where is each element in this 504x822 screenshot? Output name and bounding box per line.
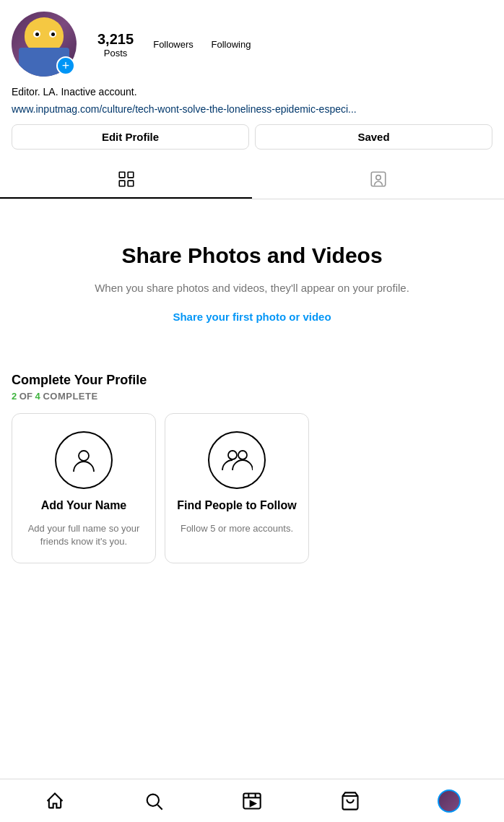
add-story-button[interactable]: + xyxy=(56,56,75,75)
following-stat[interactable]: Following xyxy=(209,39,253,50)
avatar-wrap: + xyxy=(12,12,77,77)
search-nav[interactable] xyxy=(104,779,202,822)
avatar-detail xyxy=(35,33,39,36)
svg-point-8 xyxy=(238,451,247,459)
action-buttons: Edit Profile Saved xyxy=(0,124,504,161)
svg-rect-1 xyxy=(128,172,134,178)
profile-nav[interactable] xyxy=(400,779,498,822)
avatar-detail xyxy=(51,33,55,36)
bio-link[interactable]: www.inputmag.com/culture/tech-wont-solve… xyxy=(12,103,357,115)
grid-icon xyxy=(117,170,136,189)
svg-point-9 xyxy=(147,794,158,805)
progress-of: OF xyxy=(19,391,35,402)
svg-point-6 xyxy=(79,451,89,461)
find-people-card[interactable]: Find People to Follow Follow 5 or more a… xyxy=(165,413,309,563)
saved-button[interactable]: Saved xyxy=(255,124,492,150)
reels-icon xyxy=(242,791,262,811)
search-icon xyxy=(144,791,164,811)
tabs-row xyxy=(0,161,504,199)
empty-state: Share Photos and Videos When you share p… xyxy=(0,199,504,353)
profile-stats: 3,215 Posts Followers Following xyxy=(94,30,253,59)
tagged-tab[interactable] xyxy=(252,161,504,199)
following-label: Following xyxy=(212,39,251,50)
complete-profile-progress: 2 OF 4 COMPLETE xyxy=(12,391,492,402)
profile-cards: Add Your Name Add your full name so your… xyxy=(12,413,492,563)
share-first-photo-link[interactable]: Share your first photo or video xyxy=(173,311,331,323)
progress-count: 2 xyxy=(12,391,17,402)
progress-label: COMPLETE xyxy=(43,391,97,402)
svg-point-7 xyxy=(228,451,237,459)
bio-section: Editor. LA. Inactive account. www.inputm… xyxy=(0,85,504,124)
complete-profile-title: Complete Your Profile xyxy=(12,373,492,388)
edit-profile-button[interactable]: Edit Profile xyxy=(12,124,249,150)
svg-rect-2 xyxy=(119,181,125,186)
bottom-nav xyxy=(0,779,504,822)
svg-marker-15 xyxy=(251,801,256,806)
svg-rect-3 xyxy=(128,181,134,186)
shop-icon xyxy=(340,791,360,811)
posts-label: Posts xyxy=(104,48,128,59)
followers-label: Followers xyxy=(153,39,194,50)
followers-stat[interactable]: Followers xyxy=(152,39,195,50)
find-people-title: Find People to Follow xyxy=(177,499,296,512)
person-icon xyxy=(69,446,98,475)
add-name-desc: Add your full name so your friends know … xyxy=(24,522,144,548)
posts-stat: 3,215 Posts xyxy=(94,30,137,59)
posts-count: 3,215 xyxy=(97,30,134,48)
reels-nav[interactable] xyxy=(203,779,301,822)
svg-point-5 xyxy=(375,175,381,180)
progress-total: 4 xyxy=(35,391,40,402)
complete-profile-section: Complete Your Profile 2 OF 4 COMPLETE Ad… xyxy=(0,352,504,575)
empty-title: Share Photos and Videos xyxy=(17,243,487,269)
grid-tab[interactable] xyxy=(0,161,252,199)
people-icon xyxy=(221,446,253,475)
home-icon xyxy=(45,791,65,811)
home-nav[interactable] xyxy=(6,779,104,822)
avatar-detail xyxy=(33,30,40,38)
avatar-detail xyxy=(49,30,56,38)
add-name-title: Add Your Name xyxy=(41,499,127,512)
svg-rect-4 xyxy=(371,172,386,186)
find-people-icon-circle xyxy=(208,431,266,489)
find-people-desc: Follow 5 or more accounts. xyxy=(181,522,293,535)
svg-line-10 xyxy=(157,805,162,809)
svg-rect-0 xyxy=(119,172,125,178)
profile-header: + 3,215 Posts Followers Following xyxy=(0,0,504,85)
add-name-icon-circle xyxy=(55,431,113,489)
empty-desc: When you share photos and videos, they'l… xyxy=(17,280,487,297)
tagged-icon xyxy=(369,170,388,189)
shop-nav[interactable] xyxy=(301,779,399,822)
bio-text: Editor. LA. Inactive account. xyxy=(12,85,492,100)
add-name-card[interactable]: Add Your Name Add your full name so your… xyxy=(12,413,156,563)
profile-nav-avatar xyxy=(438,789,461,813)
